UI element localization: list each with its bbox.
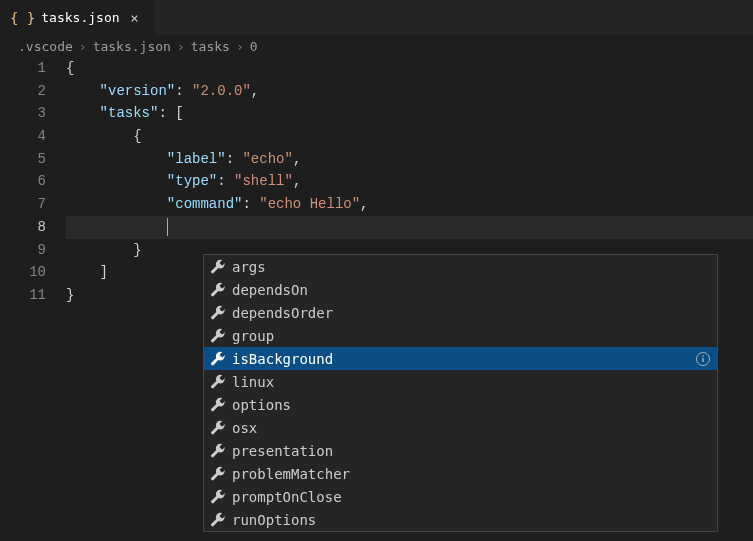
suggest-item[interactable]: promptOnClose — [204, 485, 717, 508]
property-icon — [210, 282, 226, 298]
line-number: 11 — [0, 284, 46, 307]
suggest-item[interactable]: isBackground — [204, 347, 717, 370]
suggest-label: dependsOrder — [232, 305, 333, 321]
text-cursor — [167, 218, 168, 236]
breadcrumb[interactable]: .vscode › tasks.json › tasks › 0 — [0, 35, 753, 57]
property-icon — [210, 259, 226, 275]
chevron-right-icon: › — [79, 39, 87, 54]
suggest-item[interactable]: group — [204, 324, 717, 347]
property-icon — [210, 443, 226, 459]
line-number: 10 — [0, 261, 46, 284]
code-line[interactable]: "label": "echo", — [66, 148, 753, 171]
suggest-label: isBackground — [232, 351, 333, 367]
property-icon — [210, 466, 226, 482]
json-icon: { } — [10, 10, 35, 26]
suggest-label: dependsOn — [232, 282, 308, 298]
suggest-item[interactable]: dependsOn — [204, 278, 717, 301]
line-number: 1 — [0, 57, 46, 80]
property-icon — [210, 420, 226, 436]
line-number: 4 — [0, 125, 46, 148]
breadcrumb-part[interactable]: .vscode — [18, 39, 73, 54]
suggest-label: osx — [232, 420, 257, 436]
code-line[interactable]: { — [66, 125, 753, 148]
svg-rect-1 — [702, 358, 703, 362]
line-number: 2 — [0, 80, 46, 103]
suggest-label: group — [232, 328, 274, 344]
line-number: 9 — [0, 239, 46, 262]
tab-filename: tasks.json — [41, 10, 119, 25]
code-line[interactable]: "command": "echo Hello", — [66, 193, 753, 216]
line-number-gutter: 1234567891011 — [0, 57, 66, 307]
property-icon — [210, 397, 226, 413]
code-line[interactable]: { — [66, 57, 753, 80]
suggest-label: options — [232, 397, 291, 413]
breadcrumb-part[interactable]: tasks.json — [93, 39, 171, 54]
line-number: 5 — [0, 148, 46, 171]
tab-bar: { } tasks.json × — [0, 0, 753, 35]
suggest-item[interactable]: options — [204, 393, 717, 416]
suggest-label: runOptions — [232, 512, 316, 528]
editor-tab[interactable]: { } tasks.json × — [0, 0, 154, 35]
chevron-right-icon: › — [177, 39, 185, 54]
code-line[interactable]: "version": "2.0.0", — [66, 80, 753, 103]
svg-rect-2 — [702, 355, 703, 356]
property-icon — [210, 512, 226, 528]
line-number: 6 — [0, 170, 46, 193]
suggest-item[interactable]: args — [204, 255, 717, 278]
breadcrumb-part[interactable]: 0 — [250, 39, 258, 54]
property-icon — [210, 305, 226, 321]
property-icon — [210, 328, 226, 344]
breadcrumb-part[interactable]: tasks — [191, 39, 230, 54]
info-icon[interactable] — [695, 351, 711, 367]
suggest-item[interactable]: osx — [204, 416, 717, 439]
property-icon — [210, 351, 226, 367]
suggest-label: args — [232, 259, 266, 275]
suggest-label: presentation — [232, 443, 333, 459]
suggest-item[interactable]: problemMatcher — [204, 462, 717, 485]
line-number: 7 — [0, 193, 46, 216]
suggest-item[interactable]: presentation — [204, 439, 717, 462]
suggest-widget[interactable]: argsdependsOndependsOrdergroupisBackgrou… — [203, 254, 718, 532]
chevron-right-icon: › — [236, 39, 244, 54]
suggest-item[interactable]: dependsOrder — [204, 301, 717, 324]
suggest-label: linux — [232, 374, 274, 390]
suggest-label: problemMatcher — [232, 466, 350, 482]
line-number: 8 — [0, 216, 46, 239]
close-icon[interactable]: × — [126, 10, 144, 26]
suggest-item[interactable]: linux — [204, 370, 717, 393]
code-line[interactable] — [66, 216, 753, 239]
code-line[interactable]: "tasks": [ — [66, 102, 753, 125]
property-icon — [210, 374, 226, 390]
suggest-item[interactable]: runOptions — [204, 508, 717, 531]
line-number: 3 — [0, 102, 46, 125]
code-line[interactable]: "type": "shell", — [66, 170, 753, 193]
suggest-label: promptOnClose — [232, 489, 342, 505]
property-icon — [210, 489, 226, 505]
